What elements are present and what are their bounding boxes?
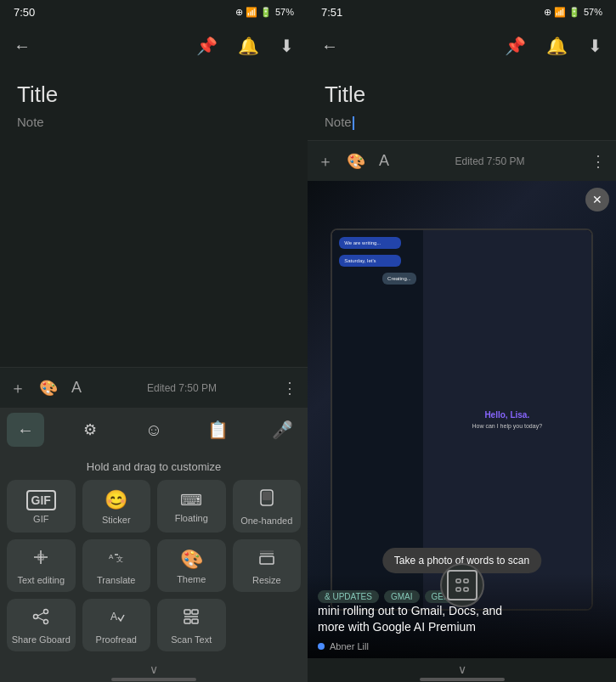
reminder-icon[interactable]: 🔔: [235, 32, 263, 59]
right-note-body[interactable]: Note: [325, 115, 599, 130]
hold-drag-label: Hold and drag to customize: [0, 452, 308, 480]
image-area: We are writing... Saturday, let's Creati…: [308, 181, 616, 658]
text-editing-icon: [31, 548, 50, 572]
status-icons-symbols: ⊕ 📶 🔋: [235, 7, 272, 18]
right-swipe-indicator: ∨: [308, 658, 616, 682]
archive-icon[interactable]: ⬇: [276, 32, 297, 59]
svg-rect-20: [192, 619, 198, 623]
more-button[interactable]: ⋮: [282, 379, 297, 397]
scan-button[interactable]: [440, 563, 484, 607]
right-note-title[interactable]: Title: [325, 82, 599, 108]
theme-icon: 🎨: [180, 549, 203, 571]
share-icon: [31, 607, 50, 631]
right-chevron-down-icon: ∨: [458, 662, 466, 676]
dot-icon: [318, 643, 325, 650]
one-handed-label: One-handed: [240, 516, 292, 526]
text-editing-label: Text editing: [17, 575, 65, 585]
emoji-icon: ☺: [145, 420, 162, 440]
right-more-button[interactable]: ⋮: [591, 152, 606, 171]
svg-text:文: 文: [116, 555, 123, 563]
pin-icon[interactable]: 📌: [193, 32, 221, 59]
svg-rect-18: [192, 610, 198, 614]
right-battery: 57%: [584, 7, 602, 17]
keyboard-emoji-button[interactable]: ☺: [135, 413, 172, 447]
svg-rect-17: [184, 610, 190, 614]
phone-image: We are writing... Saturday, let's Creati…: [308, 181, 616, 658]
scan-icon: [454, 577, 471, 594]
left-note-body[interactable]: Note: [17, 115, 291, 129]
left-panel: 7:50 ⊕ 📶 🔋 57% ← 📌 🔔 ⬇ Title Note ＋ 🎨 A …: [0, 0, 308, 682]
svg-rect-8: [260, 556, 274, 564]
grid-item-theme[interactable]: 🎨 Theme: [157, 539, 226, 592]
gear-icon: ⚙: [83, 420, 97, 439]
left-top-bar: ← 📌 🔔 ⬇: [0, 24, 308, 68]
svg-point-13: [44, 620, 48, 624]
left-note-title[interactable]: Title: [17, 82, 291, 108]
right-text-format-icon[interactable]: A: [379, 152, 389, 170]
keyboard-gear-button[interactable]: ⚙: [71, 413, 109, 447]
chevron-down-icon: ∨: [150, 662, 158, 676]
right-palette-icon[interactable]: 🎨: [347, 152, 365, 171]
left-time: 7:50: [14, 6, 35, 19]
left-arrow-icon: ←: [17, 420, 34, 440]
right-note-area: Title Note: [308, 68, 616, 140]
resize-icon: [257, 548, 276, 572]
svg-line-15: [38, 617, 44, 621]
palette-icon[interactable]: 🎨: [39, 379, 58, 397]
grid-item-resize[interactable]: Resize: [233, 539, 302, 592]
left-bottom-toolbar: ＋ 🎨 A Edited 7:50 PM ⋮: [0, 367, 308, 408]
keyboard-mic-button[interactable]: 🎤: [263, 413, 301, 447]
left-battery: 57%: [275, 7, 294, 17]
chat-bubble-1: We are writing...: [339, 237, 400, 249]
translate-icon: A 文: [107, 548, 126, 572]
close-image-button[interactable]: ✕: [585, 188, 609, 211]
toolbar-left: ＋ 🎨 A: [10, 378, 82, 398]
right-back-button[interactable]: ←: [318, 33, 342, 59]
share-gboard-label: Share Gboard: [12, 634, 71, 645]
svg-rect-25: [464, 588, 468, 591]
grid-item-one-handed[interactable]: One-handed: [233, 480, 302, 533]
grid-item-translate[interactable]: A 文 Translate: [82, 539, 151, 592]
left-status-bar: 7:50 ⊕ 📶 🔋 57%: [0, 0, 308, 24]
dot-label: Abner Lill: [330, 641, 369, 651]
grid-item-share-gboard[interactable]: Share Gboard: [7, 599, 76, 651]
right-pin-icon[interactable]: 📌: [501, 32, 529, 59]
right-edited-timestamp: Edited 7:50 PM: [455, 155, 524, 167]
edited-timestamp: Edited 7:50 PM: [147, 382, 217, 394]
gif-label: GIF: [33, 514, 48, 524]
grid-item-gif[interactable]: GIF GIF: [7, 480, 76, 533]
overlay-text-2: more with Google AI Premium: [318, 619, 606, 636]
keyboard-top-row: ← ⚙ ☺ 📋 🎤: [0, 408, 308, 452]
right-reminder-icon[interactable]: 🔔: [543, 32, 571, 59]
right-status-bar: 7:51 ⊕ 📶 🔋 57%: [308, 0, 616, 24]
text-format-icon[interactable]: A: [71, 379, 82, 397]
chat-bubble-3: Creating...: [382, 273, 416, 285]
back-button[interactable]: ←: [10, 33, 34, 59]
swipe-indicator: ∨: [0, 658, 308, 682]
svg-text:A: A: [109, 553, 114, 561]
overlay-dots: Abner Lill: [318, 641, 606, 651]
right-add-icon[interactable]: ＋: [318, 151, 333, 172]
scan-text-label: Scan Text: [171, 634, 212, 645]
add-icon[interactable]: ＋: [10, 378, 25, 398]
right-top-bar-icons: 📌 🔔 ⬇: [501, 32, 606, 59]
grid-item-proofread[interactable]: A Proofread: [82, 599, 151, 651]
proofread-label: Proofread: [96, 634, 137, 645]
keyboard-back-button[interactable]: ←: [7, 413, 44, 447]
svg-rect-23: [464, 579, 468, 583]
chip-updates: & UPDATES: [318, 590, 379, 603]
right-archive-icon[interactable]: ⬇: [585, 32, 606, 59]
grid-item-scan-text[interactable]: Scan Text: [157, 599, 226, 651]
grid-item-text-editing[interactable]: Text editing: [7, 539, 76, 592]
top-bar-icons: 📌 🔔 ⬇: [193, 32, 297, 59]
grid-item-floating[interactable]: ⌨ Floating: [157, 480, 226, 533]
grid-item-sticker[interactable]: 😊 Sticker: [82, 480, 151, 533]
scan-text-icon: [182, 607, 201, 631]
chat-bubble-2: Saturday, let's: [339, 255, 400, 267]
svg-rect-1: [263, 492, 271, 500]
clipboard-icon: 📋: [207, 420, 229, 440]
keyboard-clipboard-button[interactable]: 📋: [200, 413, 237, 447]
chip-gmail: GMAI: [384, 590, 420, 603]
svg-point-11: [44, 610, 48, 614]
swipe-line: [111, 678, 196, 681]
